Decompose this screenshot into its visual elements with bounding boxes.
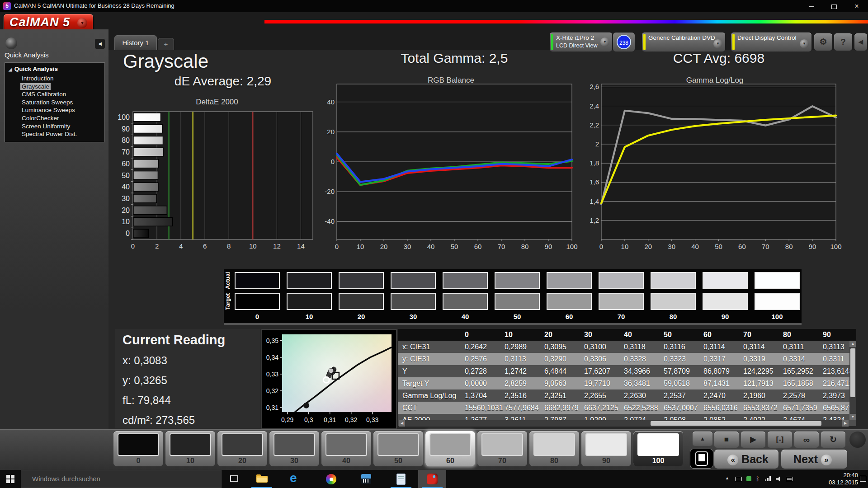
- sidebar-item-spectral-power-dist-[interactable]: Spectral Power Dist.: [20, 131, 78, 137]
- actual-patch-90: [703, 272, 748, 289]
- taskbar-media-app[interactable]: [352, 470, 380, 488]
- pattern-button-50[interactable]: 50: [373, 431, 423, 466]
- pattern-button-30[interactable]: 30: [269, 431, 319, 466]
- sidebar-item-grayscale[interactable]: Grayscale: [20, 83, 51, 90]
- pattern-button-0[interactable]: 0: [113, 431, 163, 466]
- scroll-up-icon[interactable]: ▲: [849, 341, 856, 347]
- vertical-scroll-thumb[interactable]: [850, 348, 855, 397]
- pattern-button-70[interactable]: 70: [477, 431, 527, 466]
- chevron-down-icon[interactable]: ▼: [600, 38, 609, 47]
- taskbar-clock[interactable]: 20:40 03.12.2015: [829, 472, 858, 486]
- table-vertical-scrollbar[interactable]: ▲ ▼: [849, 341, 856, 420]
- minimize-button[interactable]: [800, 0, 823, 12]
- play-button[interactable]: ▶: [741, 432, 765, 448]
- window-pattern-button[interactable]: [690, 449, 713, 469]
- green-status-tray-icon[interactable]: [746, 476, 751, 481]
- sidebar-item-screen-uniformity[interactable]: Screen Uniformity: [20, 123, 71, 130]
- app-header: CalMAN 5 ▼ History 1 + X-Rite i1Pro 2 LC…: [0, 12, 868, 50]
- table-cell: 34,3966: [622, 367, 662, 375]
- table-cell: 0,3095: [542, 343, 582, 351]
- help-icon[interactable]: ?: [834, 33, 852, 51]
- table-cell: 0,3290: [542, 355, 582, 363]
- sidebar-collapse-icon[interactable]: ◀: [95, 39, 105, 49]
- taskbar-edge[interactable]: e: [283, 470, 311, 488]
- pattern-button-80[interactable]: 80: [529, 431, 579, 466]
- stop-button[interactable]: ■: [714, 432, 739, 448]
- table-header-cell: 50: [662, 331, 702, 339]
- sidebar-item-introduction[interactable]: Introduction: [20, 75, 55, 82]
- task-view-button[interactable]: [224, 470, 244, 488]
- taskbar-paint-app[interactable]: [317, 470, 345, 488]
- pattern-patch: [481, 433, 523, 456]
- pattern-button-40[interactable]: 40: [321, 431, 371, 466]
- display-control-dropdown[interactable]: Direct Display Control ▼: [731, 33, 811, 52]
- pattern-button-label: 40: [321, 457, 371, 465]
- table-row: Target Y0,00002,82599,056319,771036,3481…: [398, 377, 856, 389]
- svg-text:70: 70: [122, 148, 130, 156]
- close-button[interactable]: ×: [845, 0, 868, 12]
- pattern-button-100[interactable]: 100: [633, 431, 683, 466]
- sidebar-item-colorchecker[interactable]: ColorChecker: [20, 115, 61, 122]
- action-center-icon[interactable]: [860, 476, 866, 482]
- taskbar-calman[interactable]: [418, 470, 446, 488]
- show-hidden-icons[interactable]: ▲: [725, 476, 729, 480]
- scroll-right-icon[interactable]: ▶: [842, 420, 849, 427]
- network-signal-tray-icon[interactable]: [765, 476, 771, 481]
- pattern-source-dropdown[interactable]: Generic Calibration DVD ▼: [642, 33, 725, 52]
- monitor-tray-icon[interactable]: [735, 477, 742, 481]
- patch-level-label: 100: [754, 313, 801, 320]
- meter-count-badge[interactable]: 238: [617, 35, 631, 49]
- start-button[interactable]: [0, 470, 21, 488]
- taskbar-time: 20:40: [829, 472, 858, 479]
- step-button[interactable]: [-]: [768, 432, 792, 448]
- svg-text:90: 90: [545, 243, 552, 250]
- pattern-button-20[interactable]: 20: [217, 431, 267, 466]
- table-cell: 2,3516: [503, 392, 542, 400]
- loop-button[interactable]: ∞: [794, 432, 819, 448]
- patch-level-label: 50: [494, 313, 541, 320]
- add-tab-button[interactable]: +: [158, 38, 174, 50]
- table-cell: 2,2578: [781, 392, 821, 400]
- back-button[interactable]: «Back: [714, 450, 778, 469]
- taskbar-notepad[interactable]: [387, 470, 415, 488]
- svg-text:1,6: 1,6: [590, 178, 599, 186]
- pattern-control-strip: 0102030405060708090100 ▲ ■ ▶ [-] ∞ ↻ «Ba…: [0, 429, 868, 470]
- horizontal-scroll-thumb[interactable]: [651, 421, 821, 426]
- gear-icon[interactable]: ⚙: [814, 33, 832, 51]
- reading-y: y: 0,3265: [123, 374, 167, 387]
- table-horizontal-scrollbar[interactable]: ◀ ▶: [399, 420, 849, 427]
- table-row: CCT15560,10317577,96846682,99796637,2125…: [398, 402, 856, 414]
- tree-expander-icon[interactable]: ◢: [9, 67, 12, 72]
- sidebar-item-saturation-sweeps[interactable]: Saturation Sweeps: [20, 99, 74, 106]
- sidebar-item-cms-calibration[interactable]: CMS Calibration: [20, 91, 67, 98]
- next-button[interactable]: Next»: [781, 450, 847, 469]
- chevron-down-icon[interactable]: ▼: [800, 39, 809, 48]
- table-cell: 0,3114: [741, 343, 781, 351]
- meter-source-dropdown[interactable]: X-Rite i1Pro 2 LCD Direct View ▼: [550, 33, 612, 52]
- tree-root-quick-analysis[interactable]: ◢Quick Analysis: [9, 66, 58, 72]
- eject-up-icon[interactable]: ▲: [693, 432, 712, 446]
- collapse-panel-icon[interactable]: ◀: [854, 33, 867, 51]
- scroll-down-icon[interactable]: ▼: [849, 414, 856, 420]
- record-indicator: [5, 38, 17, 49]
- bluetooth-tray-icon[interactable]: ᛒ: [756, 475, 760, 482]
- table-cell: 2,2537: [662, 392, 702, 400]
- pattern-button-60[interactable]: 60: [425, 431, 475, 466]
- keyboard-tray-icon[interactable]: [786, 477, 793, 481]
- table-cell: 2,2655: [582, 392, 622, 400]
- pattern-button-90[interactable]: 90: [581, 431, 631, 466]
- tab-history-1[interactable]: History 1: [114, 35, 157, 50]
- taskbar-file-explorer[interactable]: [248, 470, 276, 488]
- maximize-button[interactable]: [823, 0, 845, 12]
- taskbar-search-input[interactable]: Windows durchsuchen: [21, 470, 222, 488]
- table-cell: 0,2728: [463, 367, 503, 375]
- sidebar-item-luminance-sweeps[interactable]: Luminance Sweeps: [20, 107, 76, 113]
- speaker-tray-icon[interactable]: [776, 476, 782, 482]
- logo-dropdown-icon[interactable]: ▼: [77, 18, 87, 28]
- refresh-button[interactable]: ↻: [821, 432, 845, 448]
- scroll-left-icon[interactable]: ◀: [399, 420, 405, 427]
- svg-text:20: 20: [644, 243, 652, 250]
- chevron-down-icon[interactable]: ▼: [713, 39, 722, 48]
- svg-text:80: 80: [122, 136, 130, 144]
- pattern-button-10[interactable]: 10: [165, 431, 215, 466]
